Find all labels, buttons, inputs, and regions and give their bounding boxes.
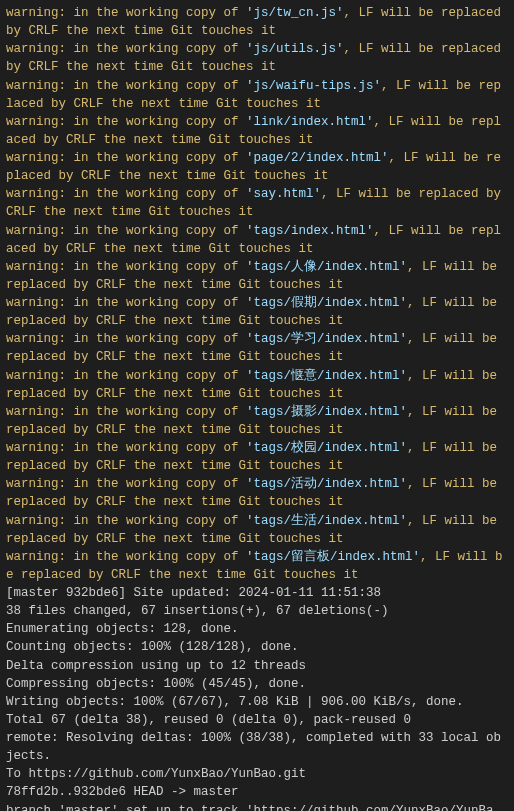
warning-line: warning: in the working copy of 'tags/in…: [6, 222, 508, 258]
warning-path: 'tags/index.html': [246, 224, 374, 238]
warning-line: warning: in the working copy of 'link/in…: [6, 113, 508, 149]
push-target: To https://github.com/YunxBao/YunBao.git: [6, 765, 508, 783]
progress-line: Delta compression using up to 12 threads: [6, 657, 508, 675]
warning-path: 'say.html': [246, 187, 321, 201]
warning-path: 'tags/生活/index.html': [246, 514, 407, 528]
warning-line: warning: in the working copy of 'tags/校园…: [6, 439, 508, 475]
progress-line: remote: Resolving deltas: 100% (38/38), …: [6, 729, 508, 765]
warning-label: warning: in the working copy of: [6, 296, 246, 310]
warning-label: warning: in the working copy of: [6, 42, 246, 56]
warning-label: warning: in the working copy of: [6, 514, 246, 528]
warning-label: warning: in the working copy of: [6, 477, 246, 491]
warning-path: 'link/index.html': [246, 115, 374, 129]
warning-path: 'page/2/index.html': [246, 151, 389, 165]
warning-label: warning: in the working copy of: [6, 550, 246, 564]
warning-path: 'tags/校园/index.html': [246, 441, 407, 455]
warning-label: warning: in the working copy of: [6, 405, 246, 419]
push-ref: 78ffd2b..932bde6 HEAD -> master: [6, 783, 508, 801]
progress-line: Counting objects: 100% (128/128), done.: [6, 638, 508, 656]
warning-line: warning: in the working copy of 'tags/学习…: [6, 330, 508, 366]
terminal-output: warning: in the working copy of 'js/tw_c…: [0, 0, 514, 811]
warning-label: warning: in the working copy of: [6, 115, 246, 129]
warning-line: warning: in the working copy of 'page/2/…: [6, 149, 508, 185]
commit-stats: 38 files changed, 67 insertions(+), 67 d…: [6, 602, 508, 620]
warning-label: warning: in the working copy of: [6, 151, 246, 165]
warning-path: 'tags/惬意/index.html': [246, 369, 407, 383]
warning-label: warning: in the working copy of: [6, 6, 246, 20]
warning-path: 'tags/摄影/index.html': [246, 405, 407, 419]
warning-line: warning: in the working copy of 'js/util…: [6, 40, 508, 76]
warning-line: warning: in the working copy of 'js/waif…: [6, 77, 508, 113]
warning-line: warning: in the working copy of 'say.htm…: [6, 185, 508, 221]
warning-path: 'js/tw_cn.js': [246, 6, 344, 20]
warning-line: warning: in the working copy of 'tags/留言…: [6, 548, 508, 584]
warning-line: warning: in the working copy of 'js/tw_c…: [6, 4, 508, 40]
warning-path: 'tags/假期/index.html': [246, 296, 407, 310]
warning-line: warning: in the working copy of 'tags/活动…: [6, 475, 508, 511]
warning-path: 'tags/留言板/index.html': [246, 550, 420, 564]
warning-line: warning: in the working copy of 'tags/生活…: [6, 512, 508, 548]
progress-line: Enumerating objects: 128, done.: [6, 620, 508, 638]
commit-summary: [master 932bde6] Site updated: 2024-01-1…: [6, 584, 508, 602]
progress-line: Writing objects: 100% (67/67), 7.08 KiB …: [6, 693, 508, 711]
warning-path: 'js/utils.js': [246, 42, 344, 56]
warning-label: warning: in the working copy of: [6, 79, 246, 93]
warning-line: warning: in the working copy of 'tags/惬意…: [6, 367, 508, 403]
warning-label: warning: in the working copy of: [6, 369, 246, 383]
progress-line: Compressing objects: 100% (45/45), done.: [6, 675, 508, 693]
warning-label: warning: in the working copy of: [6, 187, 246, 201]
warning-label: warning: in the working copy of: [6, 332, 246, 346]
warning-line: warning: in the working copy of 'tags/人像…: [6, 258, 508, 294]
warning-path: 'tags/活动/index.html': [246, 477, 407, 491]
warning-path: 'tags/人像/index.html': [246, 260, 407, 274]
warning-path: 'tags/学习/index.html': [246, 332, 407, 346]
warning-line: warning: in the working copy of 'tags/假期…: [6, 294, 508, 330]
progress-line: Total 67 (delta 38), reused 0 (delta 0),…: [6, 711, 508, 729]
warning-label: warning: in the working copy of: [6, 260, 246, 274]
warning-label: warning: in the working copy of: [6, 224, 246, 238]
warning-line: warning: in the working copy of 'tags/摄影…: [6, 403, 508, 439]
warning-label: warning: in the working copy of: [6, 441, 246, 455]
warning-path: 'js/waifu-tips.js': [246, 79, 381, 93]
push-track: branch 'master' set up to track 'https:/…: [6, 802, 508, 812]
